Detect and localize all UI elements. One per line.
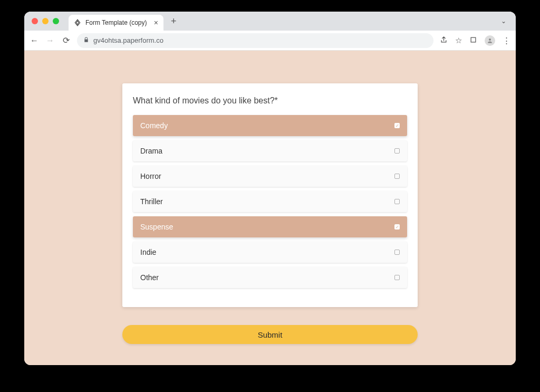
tab-favicon — [74, 19, 81, 26]
checkbox-icon — [394, 148, 400, 154]
option-horror[interactable]: Horror — [133, 166, 407, 187]
option-label: Indie — [140, 248, 156, 256]
tabs-overflow-icon[interactable]: ⌄ — [501, 17, 508, 25]
option-other[interactable]: Other — [133, 267, 407, 288]
checkbox-icon: ✓ — [394, 224, 400, 230]
option-label: Horror — [140, 172, 161, 180]
checkbox-icon — [394, 199, 400, 204]
share-icon[interactable] — [440, 36, 448, 45]
extensions-icon[interactable] — [469, 36, 477, 45]
option-drama[interactable]: Drama — [133, 140, 407, 161]
option-indie[interactable]: Indie — [133, 242, 407, 263]
bookmark-icon[interactable]: ☆ — [455, 36, 462, 45]
traffic-lights — [32, 18, 59, 24]
checkbox-icon: ✓ — [394, 123, 400, 128]
window-minimize-button[interactable] — [42, 18, 49, 24]
option-label: Drama — [140, 147, 162, 155]
options-list: Comedy✓DramaHorrorThrillerSuspense✓Indie… — [133, 115, 407, 288]
submit-button[interactable]: Submit — [122, 325, 418, 344]
url-text: gv4ohtsa.paperform.co — [93, 36, 163, 44]
lock-icon — [83, 37, 89, 44]
option-label: Thriller — [140, 197, 163, 206]
browser-window: Form Template (copy) × + ⌄ ← → ⟳ gv4ohts… — [24, 12, 516, 365]
title-bar: Form Template (copy) × + ⌄ — [24, 12, 516, 31]
option-suspense[interactable]: Suspense✓ — [133, 216, 407, 237]
option-thriller[interactable]: Thriller — [133, 191, 407, 212]
svg-rect-0 — [471, 37, 476, 42]
checkbox-icon — [394, 174, 400, 179]
profile-avatar[interactable] — [485, 35, 495, 46]
form-card: What kind of movies do you like best?* C… — [122, 83, 418, 307]
page-content: What kind of movies do you like best?* C… — [24, 51, 516, 365]
menu-icon[interactable]: ⋮ — [503, 36, 510, 45]
option-label: Comedy — [140, 121, 168, 130]
option-comedy[interactable]: Comedy✓ — [133, 115, 407, 136]
forward-button[interactable]: → — [45, 36, 55, 45]
checkbox-icon — [394, 275, 400, 280]
tab-title: Form Template (copy) — [85, 19, 147, 26]
back-button[interactable]: ← — [30, 36, 39, 45]
svg-point-1 — [489, 39, 491, 41]
option-label: Suspense — [140, 223, 173, 231]
tab-close-icon[interactable]: × — [154, 18, 158, 27]
question-text: What kind of movies do you like best?* — [133, 96, 407, 106]
new-tab-button[interactable]: + — [168, 16, 180, 27]
window-close-button[interactable] — [32, 18, 38, 24]
reload-button[interactable]: ⟳ — [61, 35, 71, 45]
checkbox-icon — [394, 250, 400, 255]
browser-tab[interactable]: Form Template (copy) × — [69, 15, 163, 31]
url-input[interactable]: gv4ohtsa.paperform.co — [77, 33, 433, 48]
toolbar-right: ☆ ⋮ — [440, 35, 510, 46]
address-bar: ← → ⟳ gv4ohtsa.paperform.co ☆ ⋮ — [24, 31, 516, 51]
option-label: Other — [140, 273, 159, 282]
window-fullscreen-button[interactable] — [53, 18, 59, 24]
